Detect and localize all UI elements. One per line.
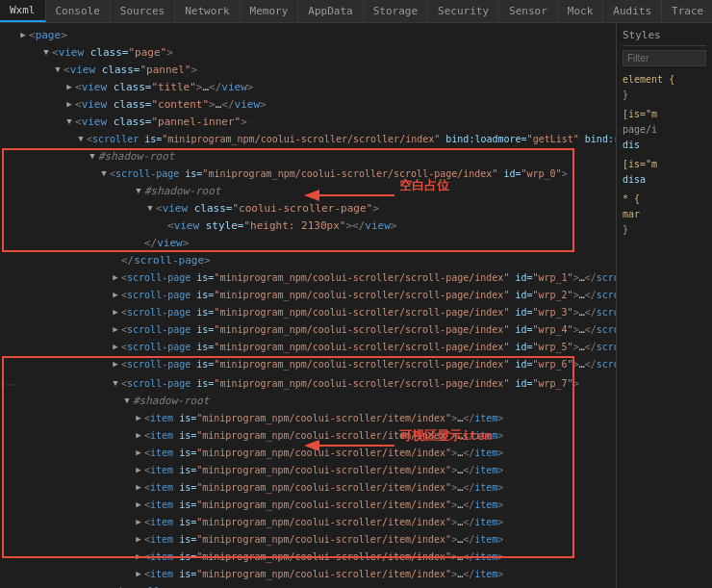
expand-arrow[interactable] <box>87 151 98 163</box>
tree-line: <item is="miniprogram_npm/coolui-scrolle… <box>0 462 616 479</box>
expand-arrow[interactable] <box>133 465 144 476</box>
styles-line: } <box>623 88 706 103</box>
code-text: </scroll-page> <box>110 583 199 588</box>
expand-arrow[interactable] <box>52 64 64 76</box>
expand-arrow[interactable] <box>133 186 144 197</box>
styles-line: dis <box>623 138 706 153</box>
expand-arrow[interactable] <box>110 342 121 353</box>
tree-line: #shadow-root <box>0 148 616 166</box>
tree-line: <view class="pannel"> <box>0 62 616 79</box>
expand-arrow[interactable] <box>133 569 144 580</box>
styles-line: page/i <box>623 122 706 138</box>
expand-arrow[interactable] <box>110 272 121 284</box>
expand-arrow[interactable] <box>144 203 156 215</box>
tab-wxml[interactable]: Wxml <box>0 0 46 22</box>
tree-line: <scroll-page is="miniprogram_npm/coolui-… <box>0 166 616 183</box>
expand-arrow[interactable] <box>110 307 121 319</box>
code-text: <item is="miniprogram_npm/coolui-scrolle… <box>144 479 503 497</box>
tree-line: <scroll-page is="miniprogram_npm/coolui-… <box>0 304 616 321</box>
expand-arrow[interactable] <box>64 82 75 93</box>
code-panel[interactable]: 空白占位 可视区显示item <page> <box>0 23 616 588</box>
expand-arrow <box>17 517 29 528</box>
tab-memory[interactable]: Memory <box>241 0 299 22</box>
tab-console[interactable]: Console <box>46 0 111 22</box>
tree-line: #shadow-root <box>0 393 616 410</box>
expand-arrow[interactable] <box>75 134 87 145</box>
tab-storage[interactable]: Storage <box>364 0 428 22</box>
expand-arrow <box>17 324 29 336</box>
expand-arrow <box>17 413 29 424</box>
expand-arrow <box>17 359 29 371</box>
code-text: <view class="coolui-scroller-page"> <box>156 200 379 217</box>
expand-arrow[interactable] <box>133 551 144 563</box>
code-text: <view class="page"> <box>52 44 173 62</box>
expand-arrow <box>17 47 29 59</box>
expand-arrow[interactable] <box>40 47 52 59</box>
expand-arrow[interactable] <box>133 517 144 528</box>
tree-line: <item is="miniprogram_npm/coolui-scrolle… <box>0 445 616 462</box>
expand-arrow <box>17 255 29 267</box>
styles-filter-input[interactable] <box>623 50 706 66</box>
expand-arrow <box>17 378 29 390</box>
code-text: <scroll-page is="miniprogram_npm/coolui-… <box>121 304 616 321</box>
expand-arrow[interactable] <box>64 116 75 128</box>
expand-arrow <box>17 396 29 407</box>
expand-arrow[interactable] <box>110 359 121 371</box>
tab-appdata[interactable]: AppData <box>298 0 363 22</box>
expand-arrow <box>17 116 29 128</box>
styles-line: [is="m <box>623 107 706 122</box>
expand-arrow <box>17 82 29 93</box>
tab-sensor[interactable]: Sensor <box>499 0 558 22</box>
tree-line: <scroll-page is="miniprogram_npm/coolui-… <box>0 269 616 287</box>
tab-sources[interactable]: Sources <box>111 0 175 22</box>
expand-arrow[interactable] <box>133 499 144 511</box>
tree-line: <view style="height: 2130px"></view> <box>0 217 616 235</box>
styles-panel-title: Styles <box>623 27 706 46</box>
expand-arrow[interactable] <box>17 30 29 41</box>
tree-line: <page> <box>0 27 616 44</box>
tree-line: <scroller is="miniprogram_npm/coolui-scr… <box>0 131 616 148</box>
expand-arrow[interactable] <box>110 290 121 301</box>
tab-security[interactable]: Security <box>428 0 499 22</box>
code-text: <view class="content">…</view> <box>75 96 267 114</box>
code-text: <view class="pannel-inner"> <box>75 114 247 131</box>
code-text: <scroller is="miniprogram_npm/coolui-scr… <box>87 131 616 148</box>
expand-arrow[interactable] <box>121 396 133 407</box>
expand-arrow[interactable] <box>133 534 144 546</box>
expand-arrow[interactable] <box>133 413 144 424</box>
expand-arrow <box>17 272 29 284</box>
expand-arrow[interactable] <box>133 447 144 459</box>
expand-arrow <box>17 203 29 215</box>
tree-line: <scroll-page is="miniprogram_npm/coolui-… <box>0 339 616 356</box>
expand-arrow <box>17 134 29 145</box>
code-text: <scroll-page is="miniprogram_npm/coolui-… <box>121 321 616 339</box>
code-text: <item is="miniprogram_npm/coolui-scrolle… <box>144 445 503 462</box>
tree-line: </scroll-page> <box>0 252 616 269</box>
tab-network[interactable]: Network <box>175 0 240 22</box>
tab-mock[interactable]: Mock <box>558 0 604 22</box>
expand-arrow <box>17 465 29 476</box>
expand-arrow[interactable] <box>133 430 144 442</box>
code-text: <scroll-page is="miniprogram_npm/coolui-… <box>121 339 616 356</box>
expand-arrow[interactable] <box>110 378 121 390</box>
expand-arrow <box>17 307 29 319</box>
tree-line: </scroll-page> <box>0 583 616 588</box>
expand-arrow <box>17 99 29 111</box>
expand-arrow <box>17 168 29 180</box>
code-text: #shadow-root <box>144 183 220 200</box>
tab-audits[interactable]: Audits <box>603 0 662 22</box>
expand-arrow <box>17 551 29 563</box>
tab-trace[interactable]: Trace <box>662 0 712 22</box>
left-gutter: ⋯ <box>4 376 17 392</box>
styles-content: element { } [is="m page/i dis [is="m dis… <box>623 72 706 238</box>
styles-line: mar <box>623 207 706 222</box>
expand-arrow <box>156 220 167 232</box>
expand-arrow <box>17 64 29 76</box>
code-text: #shadow-root <box>98 148 174 166</box>
expand-arrow[interactable] <box>64 99 75 111</box>
expand-arrow[interactable] <box>133 482 144 494</box>
tree-line: ⋯ <scroll-page is="miniprogram_npm/coolu… <box>0 375 616 393</box>
expand-arrow[interactable] <box>98 168 110 180</box>
expand-arrow[interactable] <box>110 324 121 336</box>
tree-line: <item is="miniprogram_npm/coolui-scrolle… <box>0 549 616 566</box>
